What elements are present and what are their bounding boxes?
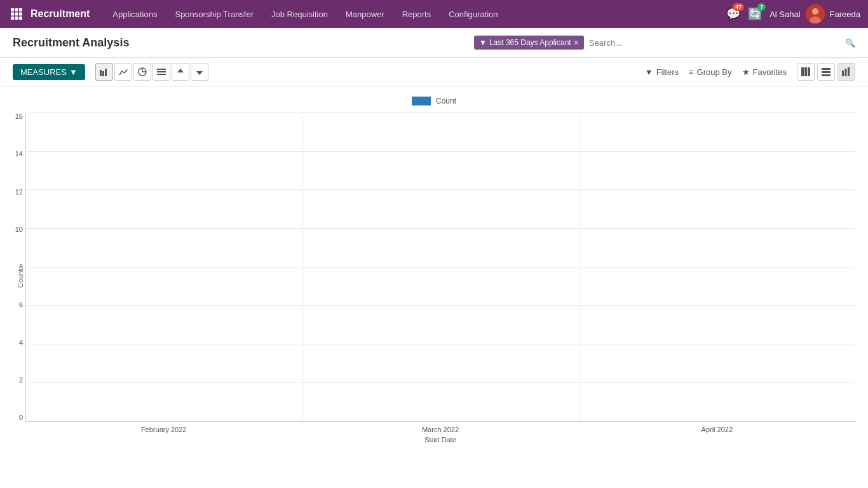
- svg-rect-20: [157, 74, 166, 75]
- svg-rect-2: [19, 8, 22, 11]
- toolbar-right: ▼ Filters ≡ Group By ★ Favorites: [645, 63, 855, 81]
- y-tick: 16: [4, 113, 23, 120]
- svg-rect-4: [15, 13, 18, 16]
- x-tick: February 2022: [25, 422, 302, 433]
- svg-rect-0: [11, 8, 14, 11]
- nav-applications[interactable]: Applications: [105, 6, 165, 23]
- legend-color-swatch: [412, 97, 431, 105]
- svg-rect-21: [801, 67, 804, 76]
- toolbar-left: MEASURES ▼: [13, 63, 208, 81]
- chart-plot: 0246810121416: [25, 113, 855, 422]
- svg-rect-12: [100, 70, 102, 76]
- y-tick: 6: [4, 301, 23, 308]
- svg-rect-7: [15, 17, 18, 20]
- svg-rect-27: [842, 71, 844, 76]
- svg-rect-8: [19, 17, 22, 20]
- activity-icon[interactable]: 🔄 7: [748, 7, 762, 21]
- main-content: Recruitment Analysis ▼ Last 365 Days App…: [0, 28, 868, 488]
- chart-view-toggle[interactable]: [837, 63, 855, 81]
- svg-rect-5: [19, 13, 22, 16]
- svg-rect-3: [11, 13, 14, 16]
- y-tick: 10: [4, 226, 23, 233]
- user-name: Al Sahal: [770, 10, 800, 19]
- activity-badge: 7: [757, 3, 766, 11]
- filter-tag-last365[interactable]: ▼ Last 365 Days Applicant ×: [474, 36, 584, 50]
- messages-badge: 47: [733, 3, 744, 11]
- svg-rect-18: [157, 69, 166, 70]
- favorites-button[interactable]: ★ Favorites: [742, 67, 787, 77]
- search-bar: ▼ Last 365 Days Applicant × 🔍: [474, 36, 855, 50]
- bars-container: [26, 113, 855, 421]
- svg-rect-1: [15, 8, 18, 11]
- app-brand: Recruitment: [31, 8, 90, 20]
- x-axis: February 2022March 2022April 2022: [25, 422, 855, 433]
- group-by-button[interactable]: ≡ Group By: [689, 67, 732, 77]
- svg-rect-28: [845, 69, 847, 76]
- svg-rect-6: [11, 17, 14, 20]
- nav-job-requisition[interactable]: Job Requisition: [264, 6, 336, 23]
- chart-legend: Count: [13, 97, 855, 105]
- measures-label: MEASURES: [20, 67, 67, 77]
- favorites-label: Favorites: [753, 67, 787, 77]
- filters-label: Filters: [656, 67, 679, 77]
- filter-tag-label: Last 365 Days Applicant: [489, 38, 571, 47]
- nav-menu: Applications Sponsorship Transfer Job Re…: [105, 6, 721, 23]
- page-header: Recruitment Analysis ▼ Last 365 Days App…: [0, 28, 868, 58]
- svg-rect-26: [822, 74, 831, 76]
- x-tick: April 2022: [579, 422, 855, 433]
- sort-asc-button[interactable]: [172, 63, 189, 81]
- svg-rect-23: [808, 67, 810, 76]
- group-by-label: Group By: [697, 67, 732, 77]
- svg-point-10: [812, 8, 818, 15]
- line-chart-button[interactable]: [114, 63, 132, 81]
- list-view-button[interactable]: [153, 63, 170, 81]
- sort-desc-button[interactable]: [191, 63, 208, 81]
- svg-rect-14: [105, 69, 107, 76]
- y-tick: 12: [4, 189, 23, 196]
- nav-sponsorship-transfer[interactable]: Sponsorship Transfer: [167, 6, 261, 23]
- nav-manpower[interactable]: Manpower: [338, 6, 392, 23]
- chart-type-buttons: [95, 63, 208, 81]
- nav-reports[interactable]: Reports: [395, 6, 439, 23]
- bar-chart-button[interactable]: [95, 63, 113, 81]
- avatar-name: Fareeda: [830, 10, 860, 19]
- page-title: Recruitment Analysis: [13, 36, 129, 50]
- top-navigation: Recruitment Applications Sponsorship Tra…: [0, 0, 868, 28]
- y-tick: 2: [4, 377, 23, 384]
- grid-menu-icon[interactable]: [8, 5, 25, 23]
- nav-configuration[interactable]: Configuration: [441, 6, 505, 23]
- measures-button[interactable]: MEASURES ▼: [13, 64, 85, 80]
- search-input[interactable]: [589, 38, 840, 48]
- y-tick: 14: [4, 151, 23, 158]
- filter-tag-close[interactable]: ×: [574, 37, 579, 48]
- x-tick: March 2022: [302, 422, 578, 433]
- chart-area: Count Count 0246810121416 February 2022M…: [0, 86, 868, 483]
- svg-rect-22: [804, 67, 807, 76]
- y-tick: 8: [4, 264, 23, 271]
- avatar: [806, 4, 825, 24]
- search-icon[interactable]: 🔍: [845, 38, 855, 48]
- messages-icon[interactable]: 💬 47: [726, 7, 740, 21]
- svg-rect-29: [848, 67, 850, 76]
- list-view-toggle[interactable]: [817, 63, 835, 81]
- chart-wrapper: Count 0246810121416 February 2022March 2…: [13, 113, 855, 444]
- svg-rect-25: [822, 71, 831, 73]
- svg-rect-19: [157, 71, 166, 72]
- kanban-view-button[interactable]: [797, 63, 815, 81]
- y-ticks: 0246810121416: [4, 113, 23, 421]
- user-info[interactable]: Al Sahal Fareeda: [770, 4, 860, 24]
- y-tick: 0: [4, 414, 23, 421]
- y-tick: 4: [4, 339, 23, 346]
- legend-label: Count: [436, 97, 456, 105]
- star-icon: ★: [742, 67, 750, 77]
- filters-button[interactable]: ▼ Filters: [645, 67, 679, 77]
- chart-main: 0246810121416 February 2022March 2022Apr…: [25, 113, 855, 444]
- svg-rect-24: [822, 68, 831, 70]
- nav-right-section: 💬 47 🔄 7 Al Sahal Fareeda: [726, 4, 860, 24]
- filter-icon: ▼: [645, 67, 653, 77]
- view-type-buttons: [797, 63, 855, 81]
- group-by-icon: ≡: [689, 67, 694, 77]
- pie-chart-button[interactable]: [133, 63, 151, 81]
- svg-rect-13: [102, 71, 104, 76]
- toolbar: MEASURES ▼: [0, 58, 868, 86]
